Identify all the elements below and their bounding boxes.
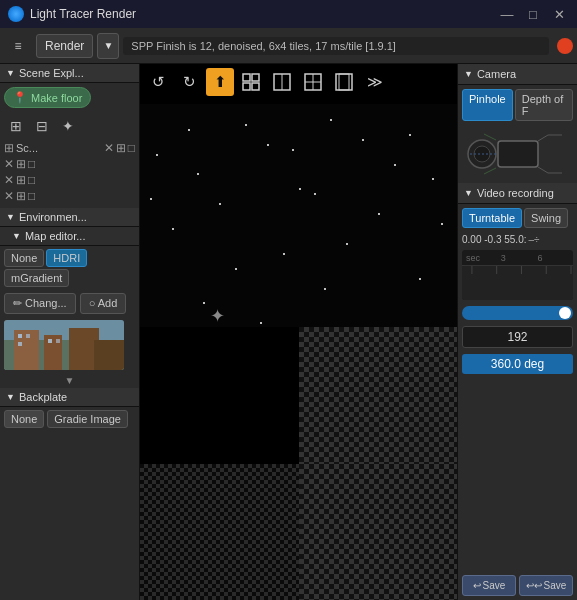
render-dropdown[interactable]: ▼ [97, 33, 119, 59]
environment-section-header[interactable]: ▼ Environmen... [0, 208, 139, 227]
map-pin-icon: 📍 [13, 91, 27, 104]
window-controls: — □ ✕ [497, 4, 569, 24]
scene-item-row-1: ⊞ Sc... ✕ ⊞ □ [0, 140, 139, 156]
camera-dof-button[interactable]: Depth of F [515, 89, 573, 121]
view-single-button[interactable] [268, 68, 296, 96]
right-sidebar: ▼ Camera Pinhole Depth of F [457, 64, 577, 600]
scene-sub3-icon-2: □ [28, 173, 35, 187]
camera-section-header[interactable]: ▼ Camera [458, 64, 577, 85]
tile-grid [140, 327, 457, 600]
tab-none[interactable]: None [4, 249, 44, 267]
camera-type-buttons: Pinhole Depth of F [458, 85, 577, 125]
change-label: Chang... [25, 297, 67, 309]
tab-hdri[interactable]: HDRI [46, 249, 87, 267]
scene-close-icon-3[interactable]: ✕ [4, 173, 14, 187]
save1-icon: ↩ [473, 580, 481, 591]
upload-button[interactable]: ⬆ [206, 68, 234, 96]
value-box[interactable]: 192 [462, 326, 573, 348]
camera-diagram [462, 129, 570, 179]
view-controls-bar: ↺ ↻ ⬆ [140, 64, 457, 100]
minimize-button[interactable]: — [497, 4, 517, 24]
scene-section-header[interactable]: ▼ Scene Expl... [0, 64, 139, 83]
scene-section-title: Scene Expl... [19, 67, 84, 79]
left-sidebar: ▼ Scene Expl... 📍 Make floor ⊞ ⊟ ✦ ⊞ Sc.… [0, 64, 140, 600]
expand-down-icon: ▼ [65, 375, 75, 386]
deg-box[interactable]: 360.0 deg [462, 354, 573, 374]
backplate-title: Backplate [19, 391, 67, 403]
coords-row: 0.00 -0.3 55.0: –÷ [458, 232, 577, 247]
save-button-2[interactable]: ↩↩ Save [519, 575, 573, 596]
scene-item-icon-1: ⊞ [4, 141, 14, 155]
backplate-tabs: None Gradie Image [0, 407, 139, 431]
maximize-button[interactable]: □ [523, 4, 543, 24]
svg-rect-10 [56, 339, 60, 343]
save2-icon: ↩↩ [526, 580, 542, 591]
scene-icon-3[interactable]: ✦ [56, 114, 80, 138]
save1-label: Save [483, 580, 506, 591]
map-editor-header[interactable]: ▼ Map editor... [0, 227, 139, 246]
scene-close-icon-1[interactable]: ✕ [104, 141, 114, 155]
turntable-button[interactable]: Turntable [462, 208, 522, 228]
camera-section-title: Camera [477, 68, 516, 80]
timeline-track [462, 266, 573, 300]
tile-top-right [299, 327, 458, 463]
scene-close-icon-4[interactable]: ✕ [4, 189, 14, 203]
scene-sub4-icon-2: □ [28, 189, 35, 203]
swing-button[interactable]: Swing [524, 208, 568, 228]
coord-values: 0.00 -0.3 55.0: [462, 234, 527, 245]
scene-icon-1[interactable]: ⊞ [4, 114, 28, 138]
change-button[interactable]: ✏ Chang... [4, 293, 76, 314]
scene-sub4-icon-1: ⊞ [16, 189, 26, 203]
scene-close-icon-2[interactable]: ✕ [4, 157, 14, 171]
svg-rect-8 [18, 342, 22, 346]
slider-thumb[interactable] [559, 307, 571, 319]
titlebar: Light Tracer Render — □ ✕ [0, 0, 577, 28]
undo-button[interactable]: ↺ [144, 68, 172, 96]
render-button[interactable]: Render [36, 34, 93, 58]
camera-pinhole-button[interactable]: Pinhole [462, 89, 513, 121]
viewport[interactable]: ↺ ↻ ⬆ [140, 64, 457, 600]
svg-line-26 [484, 168, 496, 174]
value-slider[interactable] [462, 306, 573, 320]
make-floor-label: Make floor [31, 92, 82, 104]
toolbar: ≡ Render ▼ SPP Finish is 12, denoised, 6… [0, 28, 577, 64]
svg-rect-24 [498, 141, 538, 167]
svg-rect-14 [252, 83, 259, 90]
save-button-1[interactable]: ↩ Save [462, 575, 516, 596]
scene-icon-2[interactable]: ⊟ [30, 114, 54, 138]
render-canvas: ✦ [140, 104, 457, 600]
add-button[interactable]: ○ Add [80, 293, 127, 314]
main-area: ▼ Scene Expl... 📍 Make floor ⊞ ⊟ ✦ ⊞ Sc.… [0, 64, 577, 600]
timeline-label-6: 6 [537, 253, 542, 263]
canvas-area: ✦ [140, 104, 457, 600]
view-grid1-button[interactable] [237, 68, 265, 96]
backplate-section-header[interactable]: ▼ Backplate [0, 388, 139, 407]
view-quad-button[interactable] [299, 68, 327, 96]
scene-sub-icon-1: ⊞ [116, 141, 126, 155]
slider-row [458, 303, 577, 323]
bp-tab-image[interactable]: Gradie Image [47, 410, 128, 428]
make-floor-row: 📍 Make floor [4, 87, 135, 108]
tile-bottom-left [140, 464, 299, 600]
timeline-label-sec: sec [466, 253, 480, 263]
view-compare-button[interactable] [330, 68, 358, 96]
timeline[interactable]: sec 3 6 [462, 250, 573, 300]
add-label: Add [98, 297, 118, 309]
close-button[interactable]: ✕ [549, 4, 569, 24]
tab-mgradient[interactable]: mGradient [4, 269, 69, 287]
video-section-header[interactable]: ▼ Video recording [458, 183, 577, 204]
svg-rect-5 [94, 340, 124, 370]
map-editor-arrow-icon: ▼ [12, 231, 21, 241]
env-expand-arrow[interactable]: ▼ [4, 375, 135, 386]
redo-button[interactable]: ↻ [175, 68, 203, 96]
view-more-button[interactable]: ≫ [361, 68, 389, 96]
bp-tab-none[interactable]: None [4, 410, 44, 428]
make-floor-button[interactable]: 📍 Make floor [4, 87, 91, 108]
coord-extra: –÷ [529, 234, 540, 245]
status-bar: SPP Finish is 12, denoised, 6x4 tiles, 1… [123, 37, 549, 55]
menu-button[interactable]: ≡ [4, 32, 32, 60]
camera-arrow-icon: ▼ [464, 69, 473, 79]
svg-rect-20 [336, 74, 352, 90]
video-arrow-icon: ▼ [464, 188, 473, 198]
svg-rect-13 [243, 83, 250, 90]
